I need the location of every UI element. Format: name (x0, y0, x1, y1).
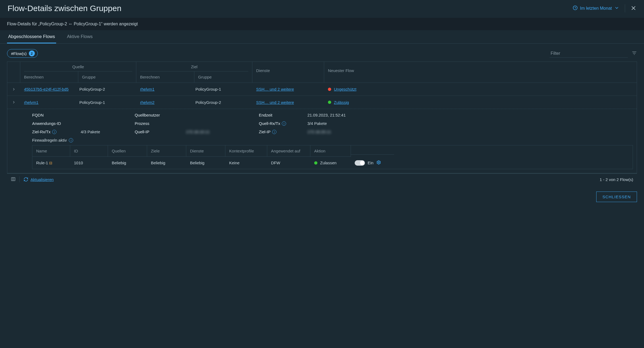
col-source-compute[interactable]: Berechnen (20, 71, 78, 83)
tab-completed-flows[interactable]: Abgeschlossene Flows (7, 30, 56, 43)
label-end-time: Endzeit (259, 113, 305, 117)
services-link[interactable]: SSH… und 2 weitere (256, 87, 294, 91)
fw-rule-targets: Beliebig (147, 157, 186, 168)
filter-bar: #Flow(s) 2 (0, 44, 644, 62)
page-title: Flow-Details zwischen Gruppen (8, 4, 121, 13)
col-latest-group: Neuester Flow (324, 62, 637, 83)
col-group-target: Ziel Berechnen Gruppe (136, 62, 252, 83)
info-icon[interactable]: i (282, 121, 286, 126)
value-dst-rxtx: 4/3 Pakete (81, 129, 132, 134)
col-latest[interactable]: Neuester Flow (324, 62, 637, 76)
filter-icon[interactable] (632, 50, 637, 57)
table-header: Quelle Berechnen Gruppe Ziel Berechnen G… (7, 62, 637, 83)
fw-col-id[interactable]: ID (70, 145, 108, 157)
col-services[interactable]: Dienste (252, 62, 324, 76)
status-dot (328, 88, 331, 91)
status-link[interactable]: Zulässig (334, 100, 349, 105)
context-banner: Flow-Details für „PolicyGroup-2 ↔ Policy… (0, 18, 644, 30)
pill-label: #Flow(s) (11, 51, 27, 56)
divider (19, 176, 20, 182)
target-group-value: PolicyGroup-1 (192, 84, 252, 95)
tab-active-flows[interactable]: Aktive Flows (66, 30, 94, 43)
fw-rule-toggle-cell: Ein (351, 157, 394, 169)
fw-rule-context: Keine (225, 157, 267, 168)
refresh-button[interactable]: Aktualisieren (23, 177, 54, 182)
label-process: Prozess (135, 121, 183, 126)
value-end-time: 21.09.2023, 21:52:41 (307, 113, 361, 117)
fw-rule-applied: DFW (267, 157, 310, 168)
value-src-ip: 172.16.10.11 (186, 129, 256, 134)
label-dst-rxtx: Ziel-Rx/Txi (32, 129, 78, 134)
modal-header: Flow-Details zwischen Gruppen Im letzten… (0, 0, 644, 18)
table-row: rhelvm1 PolicyGroup-1 rhelvm2 PolicyGrou… (7, 96, 637, 109)
svg-rect-2 (11, 178, 15, 181)
source-compute-link[interactable]: rhelvm1 (24, 100, 38, 105)
pagination-range: 1 - 2 von 2 Flow(s) (600, 177, 633, 182)
clock-icon (572, 5, 578, 12)
target-compute-link[interactable]: rhelvm2 (140, 100, 154, 105)
info-icon[interactable]: i (272, 130, 276, 134)
fw-rule-sources: Beliebig (108, 157, 147, 168)
fw-header: Name ID Quellen Ziele Dienste Kontextpro… (32, 145, 633, 157)
firewall-rules-table: Name ID Quellen Ziele Dienste Kontextpro… (32, 145, 633, 169)
label-fqdn: FQDN (32, 113, 78, 117)
expand-toggle[interactable] (7, 97, 20, 108)
services-link[interactable]: SSH… und 2 weitere (256, 100, 294, 105)
svg-point-1 (378, 162, 379, 163)
divider (625, 4, 625, 12)
tabs: Abgeschlossene Flows Aktive Flows (0, 30, 644, 44)
label-app-id: Anwendungs-ID (32, 121, 78, 126)
column-toggle-button[interactable] (11, 177, 16, 182)
label-dst-ip: Ziel-IPi (259, 129, 305, 134)
pill-count: 2 (29, 50, 35, 56)
flow-count-pill[interactable]: #Flow(s) 2 (7, 49, 38, 58)
toggle-label: Ein (368, 161, 374, 165)
col-source-group[interactable]: Gruppe (78, 71, 136, 83)
col-services-group: Dienste (252, 62, 324, 83)
refresh-label: Aktualisieren (30, 177, 54, 182)
table-footer: Aktualisieren 1 - 2 von 2 Flow(s) (7, 173, 637, 185)
col-target-title: Ziel (140, 64, 248, 71)
fw-row: Rule-1 ⊟ 1010 Beliebig Beliebig Beliebig… (32, 157, 633, 169)
header-right: Im letzten Monat (572, 4, 636, 12)
info-icon[interactable]: i (69, 138, 73, 142)
col-group-source: Quelle Berechnen Gruppe (20, 62, 136, 83)
info-icon[interactable]: i (52, 130, 56, 134)
value-dst-ip: 172.16.20.11 (307, 129, 361, 134)
fw-col-action[interactable]: Aktion (310, 145, 351, 157)
fw-col-context[interactable]: Kontextprofile (225, 145, 267, 157)
status-link[interactable]: Ungeschützt (334, 87, 356, 91)
row-details: FQDN Quellbenutzer Endzeit 21.09.2023, 2… (7, 109, 637, 173)
status-dot (328, 101, 331, 104)
label-src-ip: Quell-IP (135, 129, 183, 134)
fw-col-applied[interactable]: Angewendet auf (267, 145, 310, 157)
label-src-rxtx: Quell-Rx/Txi (259, 121, 305, 126)
rule-enable-toggle[interactable] (355, 160, 365, 166)
fw-col-name[interactable]: Name (32, 145, 70, 157)
fw-rule-name: Rule-1 ⊟ (32, 157, 70, 168)
firewall-rules-title: Firewallregeln aktiv i (32, 138, 633, 142)
fw-col-services[interactable]: Dienste (186, 145, 225, 157)
fw-rule-action: Zulassen (310, 157, 351, 168)
time-range-label: Im letzten Monat (580, 6, 612, 11)
expand-toggle[interactable] (7, 84, 20, 95)
time-range-picker[interactable]: Im letzten Monat (572, 5, 619, 12)
rule-warning-icon: ⊟ (49, 161, 52, 165)
col-target-compute[interactable]: Berechnen (136, 71, 194, 83)
target-compute-link[interactable]: rhelvm1 (140, 87, 154, 91)
fw-rule-id: 1010 (70, 157, 108, 168)
label-src-user: Quellbenutzer (135, 113, 183, 117)
gear-icon[interactable] (376, 160, 381, 166)
fw-col-sources[interactable]: Quellen (108, 145, 147, 157)
source-compute-link[interactable]: 45b137b5-e24f-412f-bd5 (24, 87, 69, 91)
source-group-value: PolicyGroup-1 (76, 97, 136, 108)
filter-input[interactable] (550, 49, 628, 58)
target-group-value: PolicyGroup-2 (192, 97, 252, 108)
close-button[interactable] (631, 5, 636, 12)
fw-col-targets[interactable]: Ziele (147, 145, 186, 157)
col-expand (7, 62, 20, 83)
chevron-down-icon (614, 5, 619, 12)
col-target-group[interactable]: Gruppe (194, 71, 252, 83)
close-modal-button[interactable]: SCHLIESSEN (596, 192, 637, 202)
table-row: 45b137b5-e24f-412f-bd5 PolicyGroup-2 rhe… (7, 83, 637, 96)
